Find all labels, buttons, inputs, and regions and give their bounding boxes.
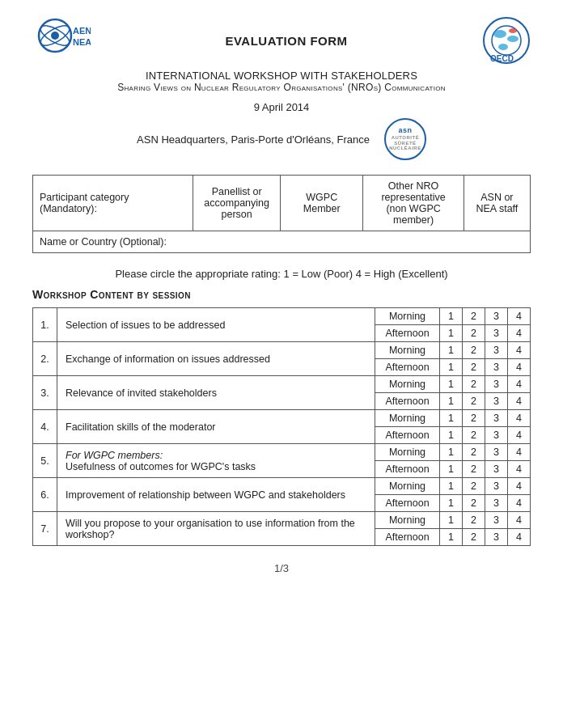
rating-1-row3-afternoon[interactable]: 1	[440, 393, 463, 410]
subtitle-block: INTERNATIONAL WORKSHOP WITH STAKEHOLDERS…	[32, 70, 531, 93]
rating-3-row4-morning[interactable]: 3	[485, 410, 508, 427]
row-label-2: Exchange of information on issues addres…	[57, 342, 375, 376]
section-heading: Workshop Content by session	[32, 288, 531, 301]
rating-4-row1-morning[interactable]: 4	[508, 308, 531, 325]
rating-1-row1-afternoon[interactable]: 1	[440, 325, 463, 342]
rating-4-row2-morning[interactable]: 4	[508, 342, 531, 359]
rating-1-row6-afternoon[interactable]: 1	[440, 495, 463, 512]
rating-3-row2-morning[interactable]: 3	[485, 342, 508, 359]
rating-4-row6-morning[interactable]: 4	[508, 478, 531, 495]
rating-2-row1-morning[interactable]: 2	[463, 308, 485, 325]
svg-point-9	[507, 36, 519, 42]
rating-1-row7-afternoon[interactable]: 1	[440, 529, 463, 546]
session-label-3-morning: Morning	[375, 376, 440, 393]
rating-2-row6-morning[interactable]: 2	[463, 478, 485, 495]
name-country-label: Name or Country (Optional):	[33, 231, 531, 253]
rating-2-row4-afternoon[interactable]: 2	[463, 427, 485, 444]
row-number-5: 5.	[33, 444, 57, 478]
rating-4-row1-afternoon[interactable]: 4	[508, 325, 531, 342]
svg-point-10	[498, 44, 508, 50]
rating-2-row2-morning[interactable]: 2	[463, 342, 485, 359]
rating-3-row1-afternoon[interactable]: 3	[485, 325, 508, 342]
session-label-2-afternoon: Afternoon	[375, 359, 440, 376]
row-label-1: Selection of issues to be addressed	[57, 308, 375, 342]
row-label-5: For WGPC members:Usefulness of outcomes …	[57, 444, 375, 478]
form-title: EVALUATION FORM	[91, 34, 482, 48]
subtitle-line2: Sharing Views on Nuclear Regulatory Orga…	[32, 82, 531, 93]
rating-2-row3-morning[interactable]: 2	[463, 376, 485, 393]
rating-1-row4-afternoon[interactable]: 1	[440, 427, 463, 444]
rating-2-row2-afternoon[interactable]: 2	[463, 359, 485, 376]
rating-4-row5-afternoon[interactable]: 4	[508, 461, 531, 478]
rating-2-row5-afternoon[interactable]: 2	[463, 461, 485, 478]
rating-4-row4-morning[interactable]: 4	[508, 410, 531, 427]
rating-4-row4-afternoon[interactable]: 4	[508, 427, 531, 444]
rating-3-row6-morning[interactable]: 3	[485, 478, 508, 495]
wgpc-member-option[interactable]: WGPC Member	[281, 176, 363, 231]
oecd-logo: OECD	[482, 16, 531, 65]
rating-2-row4-morning[interactable]: 2	[463, 410, 485, 427]
panellist-option[interactable]: Panellist or accompanying person	[193, 176, 281, 231]
rating-3-row3-morning[interactable]: 3	[485, 376, 508, 393]
rating-3-row1-morning[interactable]: 3	[485, 308, 508, 325]
row-number-4: 4.	[33, 410, 57, 444]
row-number-2: 2.	[33, 342, 57, 376]
rating-4-row2-afternoon[interactable]: 4	[508, 359, 531, 376]
rating-1-row4-morning[interactable]: 1	[440, 410, 463, 427]
session-label-7-afternoon: Afternoon	[375, 529, 440, 546]
rating-1-row2-afternoon[interactable]: 1	[440, 359, 463, 376]
asn-nea-option[interactable]: ASN or NEA staff	[464, 176, 530, 231]
page-footer: 1/3	[32, 562, 531, 574]
rating-1-row6-morning[interactable]: 1	[440, 478, 463, 495]
session-label-1-morning: Morning	[375, 308, 440, 325]
rating-4-row6-afternoon[interactable]: 4	[508, 495, 531, 512]
svg-point-3	[51, 32, 59, 40]
row-number-7: 7.	[33, 512, 57, 546]
rating-3-row2-afternoon[interactable]: 3	[485, 359, 508, 376]
rating-3-row3-afternoon[interactable]: 3	[485, 393, 508, 410]
rating-4-row3-morning[interactable]: 4	[508, 376, 531, 393]
session-label-4-morning: Morning	[375, 410, 440, 427]
svg-text:AEN: AEN	[73, 26, 91, 36]
rating-2-row5-morning[interactable]: 2	[463, 444, 485, 461]
rating-1-row3-morning[interactable]: 1	[440, 376, 463, 393]
rating-1-row5-afternoon[interactable]: 1	[440, 461, 463, 478]
rating-4-row7-morning[interactable]: 4	[508, 512, 531, 529]
rating-2-row6-afternoon[interactable]: 2	[463, 495, 485, 512]
rating-3-row7-morning[interactable]: 3	[485, 512, 508, 529]
rating-note: Please circle the appropriate rating: 1 …	[32, 268, 531, 280]
rating-4-row7-afternoon[interactable]: 4	[508, 529, 531, 546]
rating-3-row5-afternoon[interactable]: 3	[485, 461, 508, 478]
other-nro-option[interactable]: Other NRO representative (non WGPC membe…	[363, 176, 464, 231]
header-center: EVALUATION FORM	[91, 34, 482, 48]
session-label-4-afternoon: Afternoon	[375, 427, 440, 444]
rating-2-row3-afternoon[interactable]: 2	[463, 393, 485, 410]
row-label-4: Facilitation skills of the moderator	[57, 410, 375, 444]
rating-3-row7-afternoon[interactable]: 3	[485, 529, 508, 546]
rating-1-row2-morning[interactable]: 1	[440, 342, 463, 359]
rating-2-row7-morning[interactable]: 2	[463, 512, 485, 529]
row-number-3: 3.	[33, 376, 57, 410]
workshop-table: 1.Selection of issues to be addressedMor…	[32, 307, 531, 546]
session-label-2-morning: Morning	[375, 342, 440, 359]
venue-text: ASN Headquarters, Paris-Porte d'Orléans,…	[137, 133, 370, 146]
session-label-5-morning: Morning	[375, 444, 440, 461]
row-label-3: Relevance of invited stakeholders	[57, 376, 375, 410]
rating-1-row1-morning[interactable]: 1	[440, 308, 463, 325]
rating-3-row5-morning[interactable]: 3	[485, 444, 508, 461]
participant-table: Participant category (Mandatory): Panell…	[32, 175, 531, 253]
date-block: 9 April 2014	[32, 101, 531, 113]
session-label-1-afternoon: Afternoon	[375, 325, 440, 342]
row-label-6: Improvement of relationship between WGPC…	[57, 478, 375, 512]
rating-2-row1-afternoon[interactable]: 2	[463, 325, 485, 342]
row-label-7: Will you propose to your organisation to…	[57, 512, 375, 546]
rating-1-row5-morning[interactable]: 1	[440, 444, 463, 461]
session-label-6-morning: Morning	[375, 478, 440, 495]
rating-4-row3-afternoon[interactable]: 4	[508, 393, 531, 410]
aen-logo: AEN NEA	[32, 16, 91, 65]
rating-3-row4-afternoon[interactable]: 3	[485, 427, 508, 444]
rating-1-row7-morning[interactable]: 1	[440, 512, 463, 529]
rating-4-row5-morning[interactable]: 4	[508, 444, 531, 461]
rating-2-row7-afternoon[interactable]: 2	[463, 529, 485, 546]
rating-3-row6-afternoon[interactable]: 3	[485, 495, 508, 512]
